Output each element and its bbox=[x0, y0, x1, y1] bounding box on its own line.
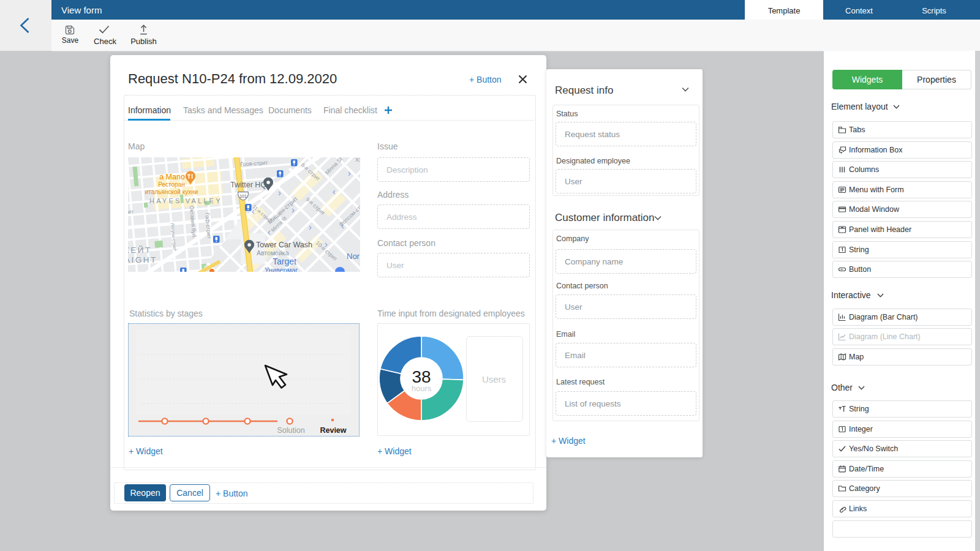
svg-text:Ресторан: Ресторан bbox=[158, 181, 184, 188]
svg-text:Review: Review bbox=[320, 426, 346, 435]
svg-text:Twitter HQ: Twitter HQ bbox=[230, 181, 266, 189]
svg-text:Хз: Хз bbox=[355, 157, 360, 163]
svg-text:Nor: Nor bbox=[347, 252, 360, 261]
svg-text:a Mano: a Mano bbox=[159, 173, 185, 181]
svg-text:Автомойка: Автомойка bbox=[257, 249, 289, 257]
svg-text:ит: ит bbox=[128, 209, 134, 215]
svg-text:Tower Car Wash: Tower Car Wash bbox=[256, 241, 312, 249]
svg-text:HAYES VALLEY: HAYES VALLEY bbox=[149, 197, 222, 204]
svg-text:101: 101 bbox=[239, 194, 247, 198]
svg-text:Solution: Solution bbox=[277, 426, 304, 435]
svg-text:КЕЙТ: КЕЙТ bbox=[128, 246, 152, 255]
svg-text:hours: hours bbox=[412, 384, 432, 393]
svg-text:итальянской кухни: итальянской кухни bbox=[145, 189, 198, 195]
svg-text:Универмаг: Универмаг bbox=[265, 266, 298, 272]
svg-text:AIGHT: AIGHT bbox=[128, 255, 157, 264]
svg-text:Target: Target bbox=[273, 257, 296, 266]
